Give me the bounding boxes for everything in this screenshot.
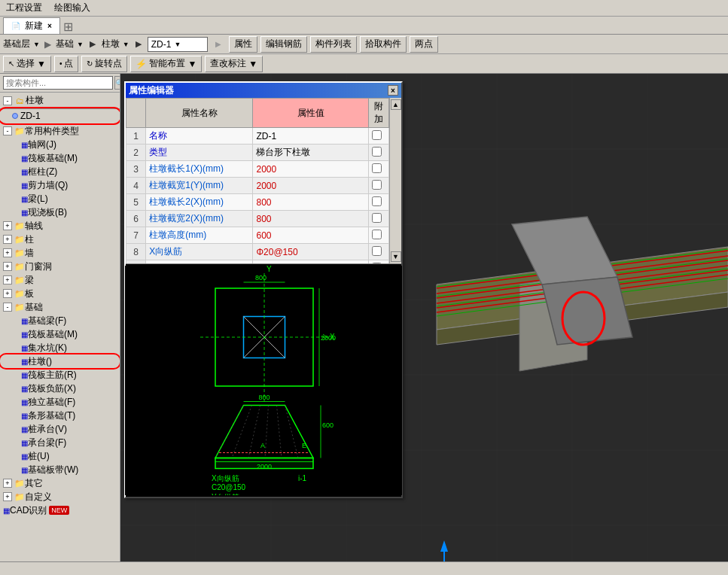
prop-value[interactable]: 2000 [253,161,368,178]
scroll-down[interactable]: ▼ [391,251,401,262]
prop-value[interactable]: Φ20@150 [253,244,368,260]
prop-value[interactable]: 2000 [253,178,368,194]
prop-value[interactable]: 800 [253,211,368,227]
tree-subheader: - 🗂 柱墩 [0,93,120,109]
search-input[interactable] [3,76,113,90]
tree-col-group[interactable]: + 📁 柱 [0,233,120,246]
btn-rotate-point[interactable]: ↻ 旋转点 [81,56,127,72]
btn-point-label: 点 [64,57,73,70]
tree-slab-group[interactable]: + 📁 板 [0,287,120,300]
tree-shear-wall[interactable]: ▦ 剪力墙(Q) [0,178,120,192]
table-row[interactable]: 4柱墩截宽1(Y)(mm)2000 [126,178,389,194]
tree-expand-opening[interactable]: + [3,262,12,271]
tree-others[interactable]: + 📁 其它 [0,476,120,490]
table-row[interactable]: 2类型梯台形下柱墩 [126,145,389,161]
table-row[interactable]: 3柱墩截长1(X)(mm)2000 [126,161,389,178]
tree-axis[interactable]: ▦ 轴网(J) [0,138,120,151]
tree-slab-neg-rebar[interactable]: ▦ 筏板负筋(X) [0,382,120,395]
tree-found-strip[interactable]: ▦ 基础板带(W) [0,463,120,476]
tree-cast-slab[interactable]: ▦ 现浇板(B) [0,205,120,219]
tree-shear-wall-icon: ▦ [21,181,28,190]
tree-expand-common[interactable]: - [3,126,12,135]
tree-expand-col[interactable]: + [3,235,12,244]
tree-cad[interactable]: ▦ CAD识别 NEW [0,504,120,517]
tree-cap-beam[interactable]: ▦ 承台梁(F) [0,436,120,449]
tree-strip-found[interactable]: ▦ 条形基础(T) [0,409,120,422]
tree-slab-main-rebar-icon: ▦ [21,371,28,379]
tree-expand-foundation[interactable]: - [3,303,12,312]
tree-beam-group[interactable]: + 📁 梁 [0,273,120,287]
tree-raft-label: 筏板基础(M) [28,152,78,165]
tree-found-raft-icon: ▦ [21,330,28,339]
row-num: 7 [126,227,146,244]
tree-beam[interactable]: ▦ 梁(L) [0,192,120,205]
tree-wall-group[interactable]: + 📁 墙 [0,246,120,260]
toolbar-dropdowns: 基础层 ▼ ▶ 基础 ▼ ▶ 柱墩 ▼ ▶ ZD-1 ▼ ▶ 属性 编辑钢筋 构… [0,35,728,54]
table-row[interactable]: 5柱墩截长2(X)(mm)800 [126,194,389,211]
tree-slab-main-rebar[interactable]: ▦ 筏板主筋(R) [0,368,120,382]
tab-new[interactable]: 📄 新建 × [3,17,60,34]
prop-name: 柱墩截长2(X)(mm) [146,194,253,211]
btn-smart-layout[interactable]: ⚡ 智能布置 ▼ [130,56,202,72]
prop-value[interactable]: ZD-1 [253,128,368,145]
table-row[interactable]: 7柱墩高度(mm)600 [126,227,389,244]
tree-pile-cap[interactable]: ▦ 桩承台(V) [0,422,120,436]
btn-select-arrow: ▼ [37,59,46,69]
tree-slab-neg-rebar-label: 筏板负筋(X) [28,382,76,395]
tree-item-zd1-label: ZD-1 [20,111,41,121]
btn-point[interactable]: • 点 [54,56,79,72]
menu-engineering-settings[interactable]: 工程设置 [3,2,45,14]
btn-properties[interactable]: 属性 [229,36,257,53]
tree-expand-others[interactable]: + [3,479,12,488]
prop-value[interactable]: 600 [253,227,368,244]
dialog-titlebar[interactable]: 属性编辑器 × [126,83,401,98]
btn-two-points[interactable]: 两点 [410,36,438,53]
table-row[interactable]: 8X向纵筋Φ20@150 [126,244,389,260]
tree-item-zd1[interactable]: ZD-1 [0,109,120,123]
tree-wall-group-label: 墙 [25,247,34,260]
tree-strip-found-icon: ▦ [21,412,28,420]
prop-name: 类型 [146,145,253,161]
tree-found-pit[interactable]: ▦ 集水坑(K) [0,341,120,354]
comp-instance-dropdown[interactable]: ZD-1 ▼ [148,37,208,52]
tab-close-btn[interactable]: × [47,22,52,30]
tree-opening-group[interactable]: + 📁 门窗洞 [0,260,120,273]
tree-expand-header[interactable]: - [3,96,12,105]
tree-found-beam[interactable]: ▦ 基础梁(F) [0,314,120,327]
btn-edit-rebar[interactable]: 编辑钢筋 [260,36,307,53]
tree-raft[interactable]: ▦ 筏板基础(M) [0,151,120,165]
tree-expand-custom[interactable]: + [3,492,12,501]
table-row[interactable]: 1名称ZD-1 [126,128,389,145]
btn-pick-comp[interactable]: 拾取构件 [360,36,407,53]
property-dialog[interactable]: 属性编辑器 × 属性名称 属性值 附加 1名称ZD-12类型梯台形下柱 [124,81,403,498]
tree-expand-axis[interactable]: + [3,221,12,230]
tree-expand-slab[interactable]: + [3,289,12,298]
tree-common-types[interactable]: - 📁 常用构件类型 [0,124,120,138]
tree-frame-col[interactable]: ▦ 框柱(Z) [0,165,120,178]
btn-edit-annotation[interactable]: 查改标注 ▼ [205,56,263,72]
prop-extra [368,227,388,244]
tree-expand-wall[interactable]: + [3,248,12,257]
col-extra: 附加 [368,99,388,128]
prop-value[interactable]: 800 [253,194,368,211]
tree-pile[interactable]: ▦ 桩(U) [0,449,120,463]
search-button[interactable]: 🔍 [114,76,120,90]
tree-axis-group[interactable]: + 📁 轴线 [0,219,120,233]
prop-value[interactable]: 梯台形下柱墩 [253,145,368,161]
scroll-up[interactable]: ▲ [391,99,401,110]
menu-drawing-input[interactable]: 绘图输入 [51,2,93,14]
tree-iso-found[interactable]: ▦ 独立基础(F) [0,395,120,409]
dialog-close-button[interactable]: × [388,85,398,96]
table-scrollbar[interactable]: ▲ ▼ [389,98,401,263]
add-tab-btn[interactable]: ⊞ [63,20,73,34]
tree-foundation-group[interactable]: - 📁 基础 [0,300,120,314]
tree-expand-beam[interactable]: + [3,275,12,284]
table-row[interactable]: 6柱墩截宽2(X)(mm)800 [126,211,389,227]
btn-rotate-icon: ↻ [87,59,93,68]
tree-zhu-dun[interactable]: ▦ 柱墩() [0,354,120,368]
tree-found-raft[interactable]: ▦ 筏板基础(M) [0,327,120,341]
tree-cap-beam-icon: ▦ [21,439,28,447]
btn-comp-list[interactable]: 构件列表 [310,36,357,53]
btn-select[interactable]: ↖ 选择 ▼ [3,56,51,72]
tree-custom[interactable]: + 📁 自定义 [0,490,120,504]
